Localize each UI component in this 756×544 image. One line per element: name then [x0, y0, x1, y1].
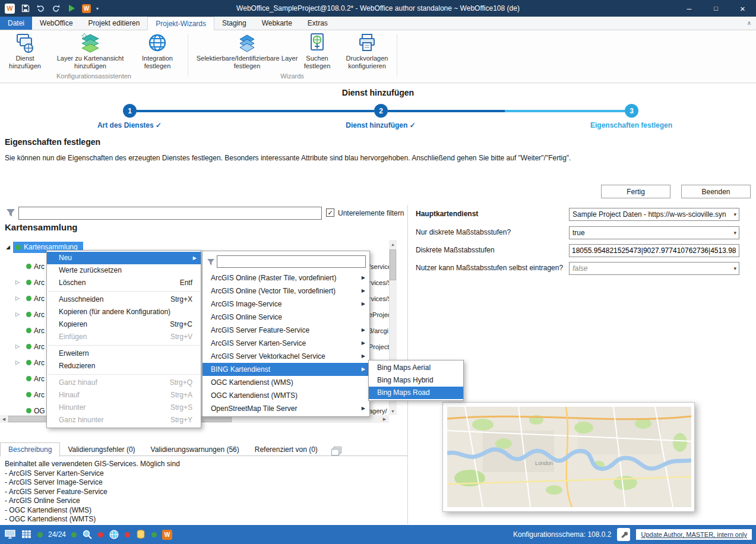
ribbon-button-druckvorlagen[interactable]: Druckvorlagen konfigurieren [340, 33, 394, 70]
printer-icon [357, 33, 377, 53]
fertig-button[interactable]: Fertig [601, 185, 670, 198]
menu-item-loeschen[interactable]: Löschen Entf [47, 277, 201, 289]
ribbon-button-suchen-festlegen[interactable]: Suchen festlegen [300, 33, 334, 70]
submenu-item-arcgis-image-service[interactable]: ArcGIS Image-Service ▶ [203, 298, 369, 311]
ribbon-tab-projekt-editieren[interactable]: Projekt editieren [81, 17, 148, 30]
chevron-down-icon[interactable]: ▾ [733, 211, 736, 217]
tree-filter-input[interactable] [18, 207, 322, 220]
diskrete-massstabsstufen-input[interactable] [569, 244, 739, 257]
hauptkartendienst-select[interactable]: Sample Project Daten - https://w-ws-scio… [569, 208, 739, 221]
submenu-item-bing-kartendienst[interactable]: BING Kartendienst ▶ [203, 363, 369, 376]
submenu-item-arcgis-online-vector-tile[interactable]: ArcGIS Online (Vector Tile, vordefiniert… [203, 284, 369, 298]
ribbon-tab-weboffice[interactable]: WebOffice [32, 17, 81, 30]
menu-item-label: OGC Kartendienst (WMS) [211, 378, 293, 387]
ribbon-button-label: Druckvorlagen konfigurieren [340, 55, 394, 70]
ribbon-button-selektierbare-layer[interactable]: Selektierbare/Identifizierbare Layer fes… [191, 33, 303, 70]
tree-item-label: Arc [34, 327, 45, 335]
nur-diskrete-select[interactable]: true ▾ [569, 226, 739, 239]
status-dot-green [71, 532, 77, 537]
menu-item-kopieren[interactable]: Kopieren Strg+C [47, 318, 201, 331]
database-status-icon[interactable] [135, 529, 146, 540]
bing-item-hybrid[interactable]: Bing Maps Hybrid [369, 374, 463, 387]
submenu-item-arcgis-online-service[interactable]: ArcGIS Online Service [203, 311, 369, 324]
ribbon-button-integration-festlegen[interactable]: Integration festlegen [133, 33, 182, 70]
bing-submenu: Bing Maps Aerial Bing Maps Hybrid Bing M… [368, 360, 464, 401]
save-button[interactable] [20, 4, 30, 14]
menu-item-label: Ausschneiden [59, 295, 103, 303]
search-status-icon[interactable] [82, 529, 93, 540]
nutzer-kann-select[interactable]: false ▾ [569, 262, 739, 275]
menu-item-reduzieren[interactable]: Reduzieren [47, 360, 201, 372]
submenu-item-ogc-kartendienst-wms[interactable]: OGC Kartendienst (WMS) [203, 376, 369, 389]
update-version-button[interactable]: Update Author, MASTER, intern only [636, 529, 752, 540]
tree-item-label: Arc [34, 359, 45, 367]
undo-button[interactable] [36, 4, 46, 14]
tree-expanded-icon[interactable]: ◢ [6, 244, 10, 250]
close-button[interactable]: × [729, 0, 756, 17]
wizard-progress-segment [388, 110, 505, 112]
wizard-step-1[interactable]: 1 [123, 104, 137, 118]
tab-beschreibung[interactable]: Beschreibung [0, 442, 60, 457]
submenu-item-arcgis-server-vektorkachel-service[interactable]: ArcGIS Server Vektorkachel Service ▶ [203, 350, 369, 363]
ribbon-tab-webkarte[interactable]: Webkarte [254, 17, 300, 30]
wd-quick-icon[interactable]: W [82, 4, 91, 13]
submenu-item-arcgis-server-karten-service[interactable]: ArcGIS Server Karten-Service ▶ [203, 337, 369, 350]
maximize-button[interactable]: □ [703, 0, 729, 17]
redo-button[interactable] [51, 4, 61, 14]
tree-collapsed-icon[interactable]: ▷ [15, 343, 20, 349]
ribbon-tab-projekt-wizards[interactable]: Projekt-Wizards [147, 17, 214, 30]
wizard-step-2[interactable]: 2 [374, 104, 388, 118]
tab-validierungsfehler[interactable]: Validierungsfehler (0) [60, 443, 143, 456]
run-button[interactable] [67, 4, 77, 14]
ribbon-button-layer-zu-kartenansicht[interactable]: Layer zu Kartenansicht hinzufügen [52, 33, 128, 70]
minimize-button[interactable]: – [676, 0, 703, 17]
ribbon-tab-extras[interactable]: Extras [300, 17, 336, 30]
wd-status-icon[interactable]: W [162, 530, 172, 540]
chevron-down-icon[interactable]: ▾ [733, 230, 736, 236]
tab-validierungswarnungen[interactable]: Validierungswarnungen (56) [143, 443, 247, 456]
ribbon-collapse-button[interactable]: ∧ [747, 20, 751, 26]
table-icon[interactable] [21, 529, 32, 540]
scroll-down-button[interactable]: ▼ [389, 407, 397, 415]
tree-collapsed-icon[interactable]: ▷ [15, 359, 20, 365]
tree-collapsed-icon[interactable]: ▷ [15, 295, 20, 301]
ribbon-tab-datei[interactable]: Datei [0, 17, 32, 30]
menu-item-werte-zuruecksetzen[interactable]: Werte zurücksetzen [47, 264, 201, 277]
tree-collapsed-icon[interactable]: ▷ [15, 279, 20, 285]
ribbon-tab-staging[interactable]: Staging [214, 17, 254, 30]
wizard-title: Dienst hinzufügen [0, 88, 756, 97]
scroll-left-button[interactable]: ◀ [0, 415, 8, 423]
wizard-step-3[interactable]: 3 [625, 104, 638, 118]
settings-wrench-button[interactable] [617, 528, 630, 541]
scroll-right-button[interactable]: ▶ [381, 415, 388, 423]
menu-separator [48, 374, 200, 375]
menu-item-label: ArcGIS Server Feature-Service [211, 326, 309, 334]
menu-item-kopieren-andere-konfiguration[interactable]: Kopieren (für andere Konfiguration) [47, 306, 201, 318]
scroll-up-button[interactable]: ▲ [389, 240, 397, 248]
subelements-filter-checkbox[interactable]: ✓ [326, 208, 334, 217]
hauptkartendienst-value: Sample Project Daten - https://w-ws-scio… [572, 210, 726, 219]
app-logo-icon: W [5, 4, 15, 14]
menu-item-ausschneiden[interactable]: Ausschneiden Strg+X [47, 293, 201, 306]
menu-item-label: Bing Maps Road [377, 388, 430, 397]
qat-dropdown-icon[interactable]: ▾ [96, 6, 99, 11]
menu-item-neu[interactable]: Neu ▶ [47, 252, 201, 264]
tab-referenziert-von[interactable]: Referenziert von (0) [247, 443, 325, 456]
wizard-progress-segment [137, 110, 374, 112]
menu-item-erweitern[interactable]: Erweitern [47, 347, 201, 360]
bing-item-aerial[interactable]: Bing Maps Aerial [369, 362, 463, 374]
beenden-button[interactable]: Beenden [681, 185, 751, 198]
submenu-item-arcgis-online-raster-tile[interactable]: ArcGIS Online (Raster Tile, vordefiniert… [203, 271, 369, 284]
vertical-scroll-thumb[interactable] [390, 249, 396, 280]
monitor-icon[interactable] [4, 529, 16, 540]
submenu-item-ogc-kartendienst-wmts[interactable]: OGC Kartendienst (WMTS) [203, 389, 369, 402]
window-title: WebOffice_SampleProject@108.0.2* - WebOf… [0, 0, 756, 17]
bing-item-road[interactable]: Bing Maps Road [369, 387, 463, 399]
ribbon-button-dienst-hinzufuegen[interactable]: Dienst hinzufügen [2, 33, 48, 70]
globe-status-icon[interactable] [109, 529, 119, 540]
tree-collapsed-icon[interactable]: ▷ [15, 311, 20, 317]
submenu-filter-input[interactable] [217, 255, 366, 268]
submenu-item-openstreetmap-tile-server[interactable]: OpenStreetMap Tile Server ▶ [203, 402, 369, 415]
submenu-item-arcgis-server-feature-service[interactable]: ArcGIS Server Feature-Service ▶ [203, 324, 369, 337]
chevron-down-icon[interactable]: ▾ [733, 265, 736, 271]
